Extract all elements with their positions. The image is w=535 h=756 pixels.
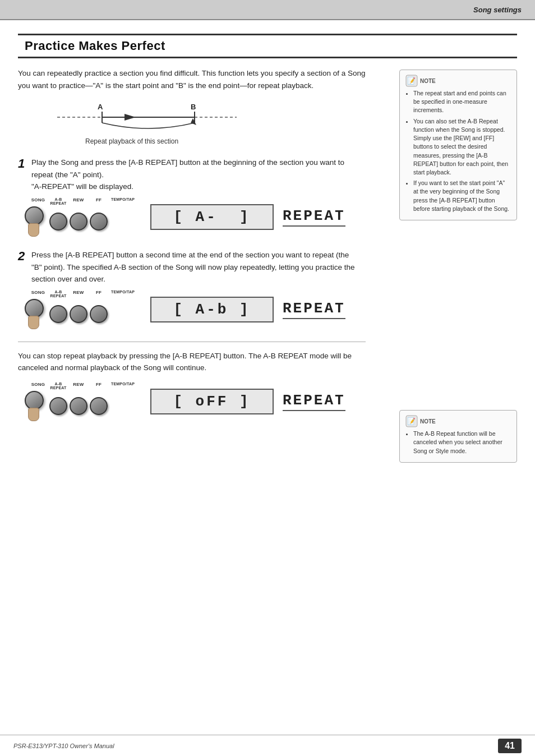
tempo-tap-label-bottom: TEMPO/TAP [109, 382, 137, 390]
page-footer: PSR-E313/YPT-310 Owner's Manual 41 [0, 735, 535, 756]
note-spacer [399, 231, 517, 410]
tempo-tap-button-2[interactable] [90, 305, 108, 323]
diagram-caption: Repeat playback of this section [85, 137, 178, 145]
tempo-tap-button-1[interactable] [90, 213, 108, 231]
page-content: Practice Makes Perfect You can repeatedl… [0, 20, 535, 735]
lcd-display-bottom: [ oFF ] [150, 389, 274, 414]
tempo-tap-label-2: TEMPO/TAP [109, 290, 137, 298]
buttons-labels-1: SONG A-B REPEAT REW FF TEMPO/TAP [22, 197, 137, 205]
lcd-text-1: [ A- ] [173, 209, 250, 225]
lcd-display-1: [ A- ] [150, 204, 274, 230]
section-divider [18, 342, 366, 342]
svg-text:B: B [191, 103, 196, 111]
lcd-container-1: [ A- ] REPEAT [150, 204, 345, 230]
lcd-container-2: [ A-b ] REPEAT [150, 297, 345, 322]
step-2: 2 Press the [A-B REPEAT] button a second… [18, 249, 388, 329]
note-body-2: The A-B Repeat function will be canceled… [405, 430, 511, 455]
rew-label-bottom: REW [68, 382, 89, 390]
song-label-2: SONG [28, 290, 48, 298]
section-heading: Practice Makes Perfect [18, 34, 517, 58]
buttons-group-2: SONG A-B REPEAT REW FF TEMPO/TAP [22, 290, 137, 329]
repeat-text-2: REPEAT [283, 300, 345, 319]
tempo-tap-label-1: TEMPO/TAP [109, 197, 137, 205]
lcd-display-2: [ A-b ] [150, 297, 274, 322]
svg-marker-6 [191, 118, 196, 125]
note-body-1: The repeat start and end points can be s… [405, 89, 511, 213]
song-label-1: SONG [28, 197, 48, 205]
finger-1 [28, 223, 39, 237]
ff-label-bottom: FF [89, 382, 109, 390]
ab-repeat-button-bottom[interactable] [25, 391, 44, 410]
buttons-row-2 [22, 299, 108, 329]
bottom-text: You can stop repeat playback by pressing… [18, 350, 366, 374]
note-1-item-2: You can also set the A-B Repeat function… [413, 117, 511, 177]
intro-text: You can repeatedly practice a section yo… [18, 67, 366, 91]
rew-button-1[interactable] [49, 213, 67, 231]
repeat-text-bottom: REPEAT [283, 392, 345, 411]
step-1-header: 1 Play the Song and press the [A-B REPEA… [18, 156, 388, 193]
display-row-2: SONG A-B REPEAT REW FF TEMPO/TAP [22, 290, 388, 329]
ab-repeat-button-2[interactable] [25, 299, 44, 318]
svg-marker-3 [124, 114, 136, 121]
section-title: Practice Makes Perfect [25, 39, 510, 53]
ff-button-bottom[interactable] [70, 397, 87, 415]
buttons-row-bottom [22, 391, 108, 421]
note-icon-2: 📝 [405, 415, 418, 427]
page: Song settings Practice Makes Perfect You… [0, 0, 535, 756]
note-header-1: 📝 NOTE [405, 75, 511, 87]
note-header-2: 📝 NOTE [405, 415, 511, 427]
lcd-container-bottom: [ oFF ] REPEAT [150, 389, 345, 414]
display-row-bottom: SONG A-B REPEAT REW FF TEMPO/TAP [22, 382, 388, 421]
song-label-bottom: SONG [28, 382, 48, 390]
ab-diagram-svg: A B [52, 102, 242, 135]
note-1-item-1: The repeat start and end points can be s… [413, 89, 511, 115]
buttons-group-bottom: SONG A-B REPEAT REW FF TEMPO/TAP [22, 382, 137, 421]
svg-text:📝: 📝 [407, 76, 416, 85]
step-2-number: 2 [18, 249, 28, 264]
buttons-labels-2: SONG A-B REPEAT REW FF TEMPO/TAP [22, 290, 137, 298]
lcd-text-2: [ A-b ] [173, 301, 250, 318]
rew-button-2[interactable] [49, 305, 67, 323]
ff-button-1[interactable] [70, 213, 87, 231]
note-column: 📝 NOTE The repeat start and end points c… [399, 67, 517, 473]
note-1-item-3: If you want to set the start point "A" a… [413, 179, 511, 213]
step-1: 1 Play the Song and press the [A-B REPEA… [18, 156, 388, 237]
step-1-number: 1 [18, 156, 28, 171]
buttons-row-1 [22, 206, 108, 237]
repeat-text-1: REPEAT [283, 208, 345, 227]
rew-button-bottom[interactable] [49, 397, 67, 415]
lcd-text-bottom: [ oFF ] [173, 393, 250, 410]
note-label-2: NOTE [420, 417, 436, 426]
note-box-2: 📝 NOTE The A-B Repeat function will be c… [399, 410, 517, 463]
step-1-text: Play the Song and press the [A-B REPEAT]… [31, 156, 357, 193]
svg-text:A: A [98, 103, 103, 111]
ab-repeat-label-2: A-B REPEAT [48, 290, 68, 298]
step-2-header: 2 Press the [A-B REPEAT] button a second… [18, 249, 388, 285]
display-row-1: SONG A-B REPEAT REW FF TEMPO/TAP [22, 197, 388, 237]
header-title: Song settings [473, 6, 522, 14]
main-column: You can repeatedly practice a section yo… [18, 67, 399, 473]
svg-text:📝: 📝 [407, 417, 416, 425]
ff-label-2: FF [89, 290, 109, 298]
note-box-1: 📝 NOTE The repeat start and end points c… [399, 70, 517, 220]
note-2-item-1: The A-B Repeat function will be canceled… [413, 430, 511, 455]
rew-label-2: REW [68, 290, 89, 298]
footer-page: 41 [498, 739, 522, 753]
ff-button-2[interactable] [70, 305, 87, 323]
ff-label-1: FF [89, 197, 109, 205]
rew-label-1: REW [68, 197, 89, 205]
tempo-tap-button-bottom[interactable] [90, 397, 108, 415]
note-icon-1: 📝 [405, 75, 418, 87]
buttons-group-1: SONG A-B REPEAT REW FF TEMPO/TAP [22, 197, 137, 237]
finger-bottom [28, 408, 39, 421]
ab-repeat-diagram: A B Repeat playback of this section [52, 102, 287, 145]
page-header: Song settings [0, 0, 535, 20]
finger-2 [28, 316, 39, 329]
note-label-1: NOTE [420, 77, 436, 85]
ab-repeat-button-1[interactable] [25, 206, 44, 225]
footer-manual: PSR-E313/YPT-310 Owner's Manual [13, 743, 114, 749]
buttons-labels-bottom: SONG A-B REPEAT REW FF TEMPO/TAP [22, 382, 137, 390]
ab-repeat-label-bottom: A-B REPEAT [48, 382, 68, 390]
step-2-text: Press the [A-B REPEAT] button a second t… [31, 249, 357, 285]
two-col-layout: You can repeatedly practice a section yo… [18, 67, 517, 473]
